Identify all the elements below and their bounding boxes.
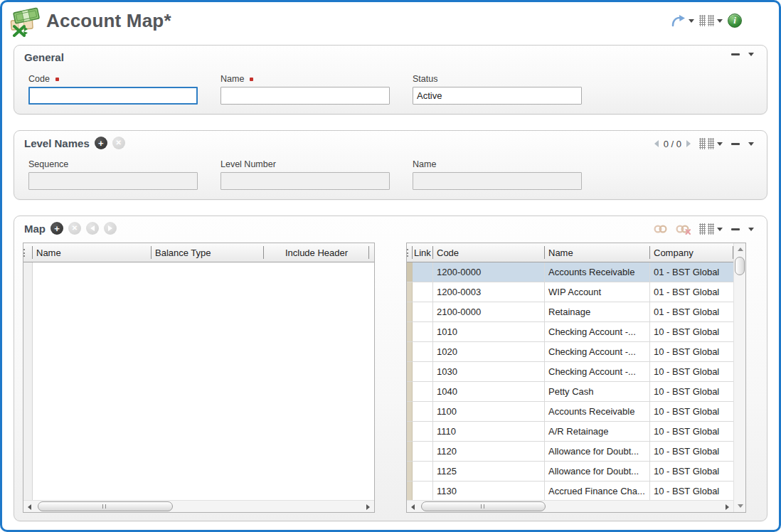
sequence-field: Sequence (28, 159, 198, 190)
required-marker-icon (55, 78, 59, 81)
table-row[interactable]: 1200-0000Accounts Receivable01 - BST Glo… (407, 262, 733, 282)
level-number-field: Level Number (221, 159, 390, 190)
arrow-right-icon (726, 504, 729, 510)
grip-icon (23, 249, 26, 257)
cell-company: 10 - BST Global (650, 462, 733, 481)
cell-name: A/R Retainage (545, 422, 650, 441)
move-right-button[interactable] (104, 222, 117, 235)
cell-code: 1030 (433, 362, 545, 381)
column-header-name[interactable]: Name (33, 243, 152, 262)
delete-level-button[interactable]: ✕ (112, 137, 125, 149)
close-icon: ✕ (72, 225, 78, 232)
code-field: Code (28, 74, 198, 105)
cell-code: 1010 (433, 322, 545, 341)
row-gutter (407, 422, 413, 441)
scroll-up-button[interactable] (734, 243, 746, 255)
cell-name: Petty Cash (545, 382, 650, 401)
cell-code: 2100-0000 (433, 302, 545, 321)
table-row[interactable]: 1120Allowance for Doubt...10 - BST Globa… (407, 442, 733, 462)
link-icon (654, 223, 667, 235)
code-label: Code (28, 74, 50, 84)
level-number-label: Level Number (221, 159, 276, 169)
cell-company: 10 - BST Global (650, 342, 733, 361)
pager-next-icon[interactable] (686, 140, 691, 147)
row-gutter (407, 262, 413, 282)
column-header-balance-type[interactable]: Balance Type (152, 243, 264, 262)
scrollbar-thumb[interactable] (735, 257, 745, 275)
cell-company: 01 - BST Global (650, 302, 733, 321)
cell-link (413, 422, 433, 441)
column-header-include-header[interactable]: Include Header (264, 243, 369, 262)
link-account-button[interactable] (654, 223, 667, 235)
unlink-icon (676, 223, 691, 235)
table-row[interactable]: 1010Checking Account -...10 - BST Global (407, 322, 733, 342)
status-field: Status (413, 74, 582, 105)
unlink-account-button[interactable] (676, 223, 691, 235)
horizontal-scrollbar[interactable] (23, 500, 374, 512)
cell-code: 1130 (433, 482, 545, 500)
column-header-code[interactable]: Code (433, 243, 545, 262)
table-row[interactable]: 1030Checking Account -...10 - BST Global (407, 362, 733, 382)
collapse-level-names-button[interactable] (731, 143, 740, 145)
scroll-left-button[interactable] (23, 501, 36, 513)
level-name-field: Name (413, 159, 582, 190)
scrollbar-thumb[interactable] (38, 501, 173, 511)
cell-company: 10 - BST Global (650, 322, 733, 341)
column-header-filler (369, 243, 376, 262)
delete-map-button[interactable]: ✕ (68, 222, 81, 235)
vertical-scrollbar[interactable] (733, 243, 745, 512)
scrollbar-thumb[interactable] (421, 501, 546, 511)
horizontal-scrollbar[interactable] (407, 500, 733, 512)
table-row[interactable]: 1130Accrued Finance Cha...10 - BST Globa… (407, 482, 733, 500)
cell-company: 10 - BST Global (650, 422, 733, 441)
level-names-section: Level Names + ✕ 0 / 0 Sequence Level (14, 130, 767, 200)
pager-prev-icon[interactable] (654, 140, 659, 147)
navigate-dropdown-button[interactable] (670, 14, 694, 28)
required-marker-icon (250, 78, 253, 81)
add-level-button[interactable]: + (95, 137, 107, 149)
table-row[interactable]: 1100Accounts Receivable10 - BST Global (407, 402, 733, 422)
cell-code: 1100 (433, 402, 545, 421)
cell-company: 10 - BST Global (650, 442, 733, 461)
column-chooser-icon (699, 223, 714, 235)
column-chooser-button[interactable] (699, 15, 723, 26)
move-left-button[interactable] (86, 222, 99, 235)
scroll-left-button[interactable] (407, 501, 419, 513)
column-header-name[interactable]: Name (545, 243, 650, 262)
table-row[interactable]: 1125Allowance for Doubt...10 - BST Globa… (407, 462, 733, 482)
add-map-button[interactable]: + (51, 222, 63, 235)
code-input[interactable] (28, 87, 198, 105)
cell-link (413, 382, 433, 401)
table-row[interactable]: 1200-0003WIP Account01 - BST Global (407, 282, 733, 302)
table-row[interactable]: 1110A/R Retainage10 - BST Global (407, 422, 733, 442)
cell-link (413, 402, 433, 421)
scroll-right-button[interactable] (362, 501, 374, 513)
grid-header-row: Link Code Name Company (407, 243, 733, 262)
column-header-company[interactable]: Company (650, 243, 733, 262)
row-selector-header[interactable] (23, 243, 33, 262)
account-map-window: Account Map* i General (0, 0, 781, 532)
cell-name: Checking Account -... (545, 362, 650, 381)
cell-link (413, 442, 433, 461)
name-input[interactable] (221, 87, 390, 105)
scroll-down-button[interactable] (734, 500, 746, 512)
table-row[interactable]: 2100-0000Retainage01 - BST Global (407, 302, 733, 322)
level-names-column-chooser-button[interactable] (699, 138, 723, 149)
status-input[interactable] (413, 87, 582, 105)
table-row[interactable]: 1040Petty Cash10 - BST Global (407, 382, 733, 402)
sequence-input (28, 172, 198, 190)
pager-count: 0 / 0 (664, 139, 681, 149)
map-menu-button[interactable] (748, 228, 754, 231)
level-names-menu-button[interactable] (748, 142, 754, 146)
collapse-general-button[interactable] (731, 53, 740, 55)
collapse-map-button[interactable] (731, 228, 740, 230)
general-menu-button[interactable] (748, 53, 754, 56)
row-selector-header[interactable] (407, 243, 413, 262)
map-column-chooser-button[interactable] (699, 223, 723, 235)
caret-down-icon (748, 228, 754, 231)
cell-company: 01 - BST Global (650, 282, 733, 302)
scroll-right-button[interactable] (721, 501, 733, 513)
info-icon[interactable]: i (728, 14, 742, 28)
table-row[interactable]: 1020Checking Account -...10 - BST Global (407, 342, 733, 362)
column-header-link[interactable]: Link (413, 243, 433, 262)
